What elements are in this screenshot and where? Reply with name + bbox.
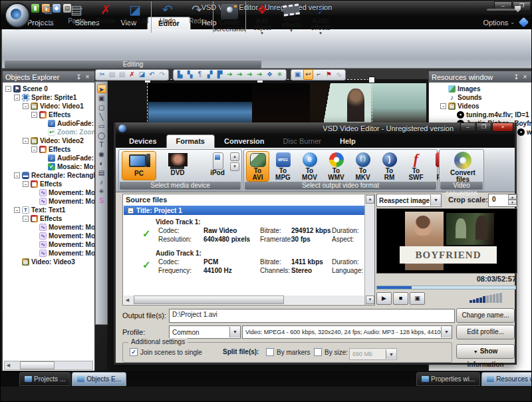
tree-item[interactable]: - ▬ Rectangle: Rectangle1: [3, 171, 94, 180]
minimize-button[interactable]: –: [460, 122, 475, 132]
toolbar-icon[interactable]: ➔: [245, 70, 254, 79]
tree-item[interactable]: ♪ AudioFade: A: [3, 154, 94, 162]
options-menu[interactable]: Options ⌄: [483, 19, 515, 27]
expander-icon[interactable]: -: [440, 103, 446, 109]
tree-item[interactable]: - ▤ Video: Video1: [3, 102, 94, 110]
tree-item[interactable]: - ▦ Sprite: Sprite1: [3, 93, 94, 102]
app-orb-button[interactable]: [5, 3, 30, 28]
fullscreen-button[interactable]: ▣: [410, 292, 425, 305]
toolbar-icon[interactable]: ➔: [235, 70, 244, 79]
crop-scale-spinner[interactable]: 0 ▲ ▼: [488, 194, 517, 207]
toolbar-icon[interactable]: ▙: [176, 70, 184, 79]
output-file-input[interactable]: D:\Project 1.avi: [169, 309, 455, 323]
toolbar-icon[interactable]: ▛: [215, 70, 224, 79]
device-button[interactable]: DVD: [159, 151, 196, 182]
show-information-button[interactable]: ▼Show information: [456, 344, 515, 359]
tree-item[interactable]: - ▦ Effects: [3, 214, 94, 223]
toolbar-icon[interactable]: ↩: [303, 69, 313, 80]
by-size-checkbox[interactable]: By size:: [314, 348, 348, 356]
scroll-up-icon[interactable]: ▲: [230, 152, 239, 161]
tree-item[interactable]: ∿ Movement: Move: [3, 240, 94, 249]
format-button[interactable]: To MOV: [297, 151, 323, 183]
toolbar-icon[interactable]: ✗: [128, 70, 136, 79]
tool-icon[interactable]: S: [97, 196, 106, 205]
toolbar-icon[interactable]: ➔: [255, 70, 264, 79]
checkbox-unchecked-icon[interactable]: [314, 348, 322, 356]
expander-icon[interactable]: –: [128, 208, 134, 214]
change-name-button[interactable]: Change name...: [456, 308, 515, 323]
close-icon[interactable]: ×: [83, 73, 92, 81]
ribbon-button[interactable]: Video effects ▾: [277, 1, 306, 33]
chevron-down-icon[interactable]: ▼: [229, 327, 240, 337]
toolbar-icon[interactable]: ▚: [186, 70, 194, 79]
ribbon-button[interactable]: ❖ Add object ▾: [245, 1, 277, 33]
tree-item[interactable]: - ▦ Effects: [3, 110, 94, 119]
scroll-left-icon[interactable]: ◀: [5, 363, 12, 368]
format-button[interactable]: To RM: [376, 151, 402, 183]
tree-item[interactable]: - ⚑ Scene 0: [3, 85, 94, 93]
tool-icon[interactable]: ▤: [97, 168, 106, 177]
expander-icon[interactable]: -: [31, 146, 37, 152]
panel-tab[interactable]: Resources wi...: [481, 372, 532, 386]
maximize-button[interactable]: ❐: [476, 122, 491, 132]
tool-icon[interactable]: ◐: [97, 159, 106, 168]
tree-item[interactable]: ∿ Movement: Move: [3, 232, 94, 240]
vertical-scrollbar[interactable]: ▲ ▼: [364, 194, 374, 305]
tree-item[interactable]: - ▦ Effects: [3, 180, 94, 188]
format-button[interactable]: To WMV: [323, 151, 349, 183]
panel-tab[interactable]: Properties wi...: [416, 372, 480, 386]
toolbar-icon[interactable]: ▞: [205, 70, 214, 79]
tool-icon[interactable]: ◯: [97, 131, 106, 140]
audio-track-row[interactable]: ✓ Audio Track 1: Codec: PCM Frequency: 4…: [124, 250, 364, 280]
format-button[interactable]: To MKV: [350, 151, 376, 183]
expander-icon[interactable]: -: [23, 138, 29, 144]
edit-profile-button[interactable]: Edit profile...: [456, 325, 515, 339]
expander-icon[interactable]: -: [31, 112, 37, 118]
zoom-slider[interactable]: [487, 9, 516, 11]
chevron-down-icon[interactable]: ▼: [430, 195, 441, 206]
ribbon-button[interactable]: Create screenshot: [213, 1, 244, 33]
tree-item[interactable]: ∿ Movement: Move: [3, 188, 94, 197]
seek-bar[interactable]: [376, 286, 516, 290]
by-markers-checkbox[interactable]: By markers: [266, 348, 311, 356]
tree-item[interactable]: - ▤ Videos: [429, 102, 532, 110]
ribbon-button[interactable]: ↷ Redo: [182, 1, 211, 33]
tree-item[interactable]: ♪ Sounds: [429, 93, 532, 102]
toolbar-icon[interactable]: ➔: [225, 70, 234, 79]
tool-icon[interactable]: ◉: [97, 150, 106, 158]
ribbon-button[interactable]: ⧉ Copy: [33, 1, 62, 33]
video-track-row[interactable]: ✓ Video Track 1: Codec: Raw Video Resolu…: [124, 218, 364, 249]
tree-item[interactable]: - ▤ Video: Video2: [3, 136, 94, 145]
tree-item[interactable]: - T Text: Text1: [3, 206, 94, 214]
ribbon-button[interactable]: ↶ Undo: [151, 1, 182, 33]
expander-icon[interactable]: -: [14, 172, 20, 178]
toolbar-icon[interactable]: ↷: [158, 70, 166, 79]
tree-item[interactable]: ✓ Mosaic: Mosa: [3, 162, 94, 171]
chevron-down-icon[interactable]: ▼: [441, 327, 452, 337]
tree-item[interactable]: ↩ Zoom: Zoom1: [3, 128, 94, 136]
tool-icon[interactable]: ✳: [97, 187, 106, 196]
profile-detail-select[interactable]: Video: MPEG4 - 600 kbps, 320x240, 24 fps…: [242, 325, 452, 339]
toolbar-icon[interactable]: ✳: [275, 70, 284, 79]
tree-item[interactable]: - ▦ Effects: [3, 145, 94, 154]
tree-item[interactable]: ∿ Movement: Move: [3, 197, 94, 206]
tree-item[interactable]: ▤ Video: Video3: [3, 258, 94, 266]
format-button[interactable]: To AVI: [246, 151, 269, 182]
scroll-left-icon[interactable]: ◀: [124, 298, 131, 303]
toolbar-icon[interactable]: ❖: [265, 70, 274, 79]
device-button[interactable]: PC: [122, 151, 156, 180]
tree-item[interactable]: ♪ AudioFade: A: [3, 119, 94, 128]
expander-icon[interactable]: -: [14, 207, 20, 213]
tree-item[interactable]: ● tuning.m4v.flv; ID=1: [429, 110, 532, 119]
tool-icon[interactable]: ▣: [97, 94, 106, 102]
tool-icon[interactable]: ➤: [97, 85, 106, 93]
size-select[interactable]: 690 Mb ▼: [349, 348, 397, 360]
expander-icon[interactable]: -: [14, 95, 20, 100]
convert-files-button[interactable]: Convert files: [444, 150, 481, 183]
volume-indicator[interactable]: [469, 292, 516, 303]
expander-icon[interactable]: -: [23, 216, 29, 222]
horizontal-scrollbar[interactable]: ◀: [4, 361, 93, 370]
scroll-up-icon[interactable]: ▲: [366, 195, 374, 204]
tree-item[interactable]: Images: [429, 85, 532, 93]
selection-marquee[interactable]: [147, 79, 372, 125]
